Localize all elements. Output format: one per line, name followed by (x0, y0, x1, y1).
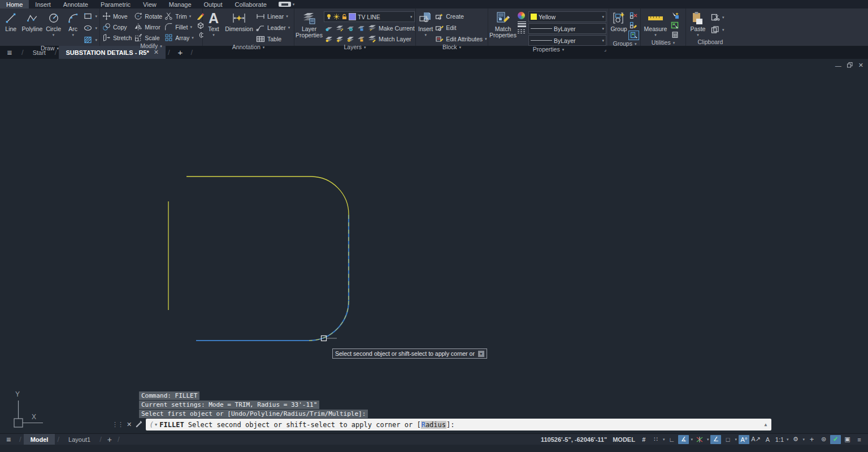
annotation-scale-value[interactable]: 1:1 (774, 435, 785, 444)
command-input[interactable]: ( ▼ FILLET Select second object or shift… (146, 419, 771, 431)
command-option-radius[interactable]: Radius (421, 421, 446, 429)
linear-dimension-button[interactable]: Linear▾ (256, 11, 290, 21)
annotation-autoscale-icon[interactable]: A↗ (750, 435, 761, 444)
text-button[interactable]: A Text ▾ (205, 10, 222, 44)
command-history-expand-icon[interactable]: ▲ (764, 422, 767, 427)
layer-lock-fade-button[interactable] (345, 35, 355, 43)
object-snap-icon[interactable]: □ (722, 435, 733, 444)
hardware-acceleration-icon[interactable]: ✓ (830, 435, 841, 444)
ribbon-tab-view[interactable]: View (137, 0, 163, 8)
customization-icon[interactable]: ≡ (854, 435, 865, 444)
line-button[interactable]: Line (2, 10, 20, 45)
quick-calculator-button[interactable] (670, 31, 680, 39)
circle-button[interactable]: Circle ▾ (45, 10, 62, 45)
new-layout-button[interactable]: + (104, 434, 115, 445)
panel-caption-groups[interactable]: Groups▾ (609, 40, 640, 47)
isolate-objects-icon[interactable]: ⊚ (818, 435, 829, 444)
quick-select-button[interactable] (670, 11, 680, 20)
layout1-tab[interactable]: Layout1 (62, 434, 97, 445)
ellipse-button[interactable]: ▾ (84, 23, 97, 33)
ortho-mode-icon[interactable]: ∟ (666, 435, 677, 444)
lineweight-dropdown[interactable]: ByLayer ▾ (528, 23, 606, 34)
panel-caption-block[interactable]: Block▾ (416, 44, 488, 50)
copy-clip-button[interactable]: ▾ (711, 25, 724, 35)
create-block-button[interactable]: Create (435, 11, 487, 21)
panel-dialog-launcher[interactable]: ⌟ (604, 46, 606, 52)
layer-off-button[interactable] (324, 24, 333, 32)
annotation-scale-icon[interactable]: A (762, 435, 773, 444)
layer-lock-button[interactable] (356, 24, 366, 32)
isometric-drafting-icon[interactable] (695, 435, 705, 444)
panel-caption-utilities[interactable]: Utilities▾ (641, 39, 685, 46)
customize-wrench-icon[interactable] (135, 420, 142, 430)
chevron-down-icon[interactable]: ▾ (691, 437, 693, 442)
chevron-down-icon[interactable]: ▾ (787, 437, 789, 442)
annotation-monitor-icon[interactable]: + (806, 435, 817, 444)
ribbon-tab-output[interactable]: Output (198, 0, 229, 8)
grid-icon[interactable]: # (639, 435, 649, 444)
insert-button[interactable]: Insert ▾ (418, 10, 433, 44)
array-button[interactable]: Array▾ (164, 33, 194, 42)
match-properties-button[interactable]: Match Properties (491, 10, 515, 46)
measure-button[interactable]: Measure ▾ (643, 10, 668, 39)
mirror-button[interactable]: Mirror (134, 22, 162, 32)
make-current-button[interactable]: Make Current (368, 23, 415, 33)
close-tab-icon[interactable]: ✕ (154, 49, 159, 56)
panel-caption-clipboard[interactable]: Clipboard (686, 37, 735, 46)
close-command-line-icon[interactable]: ✕ (127, 421, 132, 428)
rectangle-button[interactable]: ▾ (84, 11, 97, 21)
leader-button[interactable]: Leader▾ (256, 23, 290, 32)
group-button[interactable]: Group (610, 10, 627, 40)
layout-menu-icon[interactable]: ≡ (0, 434, 17, 445)
ribbon-display-button[interactable]: ▾ (279, 2, 295, 7)
panel-caption-draw[interactable]: Draw▾ (0, 45, 99, 51)
linetype-dropdown[interactable]: ByLayer ▾ (528, 35, 606, 46)
copy-button[interactable]: Copy (102, 22, 132, 32)
layer-unlock-all-button[interactable] (356, 35, 366, 43)
chevron-down-icon[interactable]: ▾ (802, 437, 805, 442)
ribbon-tab-manage[interactable]: Manage (163, 0, 198, 8)
panel-caption-modify[interactable]: Modify▾ (100, 42, 202, 49)
layer-thaw-all-button[interactable] (335, 35, 344, 43)
chevron-down-icon[interactable]: ▾ (735, 437, 737, 442)
panel-caption-properties[interactable]: Properties▾⌟ (488, 46, 609, 53)
space-indicator[interactable]: MODEL (613, 436, 637, 443)
ribbon-tab-parametric[interactable]: Parametric (94, 0, 137, 8)
layer-isolate-button[interactable] (335, 24, 344, 32)
table-button[interactable]: Table (256, 34, 290, 44)
layer-properties-button[interactable]: Layer Properties (297, 10, 322, 44)
select-similar-button[interactable] (670, 21, 680, 29)
layer-on-all-button[interactable] (324, 35, 333, 43)
polyline-button[interactable]: Polyline (22, 10, 43, 45)
group-edit-button[interactable] (628, 21, 638, 29)
stretch-button[interactable]: Stretch (102, 33, 132, 42)
layer-freeze-button[interactable] (345, 24, 355, 32)
polar-tracking-icon[interactable]: ∡ (678, 435, 689, 444)
panel-caption-annotation[interactable]: Annotation▾ (203, 44, 294, 50)
panel-caption-layers[interactable]: Layers▾ (294, 44, 415, 50)
trim-button[interactable]: Trim▾ (164, 11, 194, 21)
snap-mode-icon[interactable]: ∷ (650, 435, 661, 444)
group-selection-toggle[interactable] (628, 31, 639, 40)
scale-button[interactable]: Scale (134, 33, 162, 42)
arc-button[interactable]: Arc ▾ (64, 10, 82, 45)
command-line-grip[interactable]: ⋮⋮ (112, 421, 123, 428)
ribbon-tab-annotate[interactable]: Annotate (57, 0, 94, 8)
ribbon-tab-home[interactable]: Home (0, 0, 29, 8)
hatch-button[interactable]: ▾ (84, 35, 97, 45)
object-snap-tracking-icon[interactable]: ∠ (710, 435, 721, 444)
rotate-button[interactable]: Rotate (134, 11, 162, 21)
model-tab[interactable]: Model (24, 434, 55, 445)
ungroup-button[interactable] (628, 11, 638, 20)
dimension-button[interactable]: Dimension (224, 10, 254, 44)
object-color-dropdown[interactable]: Yellow ▾ (528, 11, 606, 22)
edit-block-button[interactable]: Edit (435, 23, 487, 32)
workspace-gear-icon[interactable]: ⚙ (790, 435, 801, 444)
chevron-down-icon[interactable]: ▾ (707, 437, 709, 442)
ribbon-tab-collaborate[interactable]: Collaborate (229, 0, 273, 8)
paste-button[interactable]: Paste ▾ (688, 10, 708, 37)
edit-attributes-button[interactable]: Edit Attributes▾ (435, 34, 487, 44)
chevron-down-icon[interactable]: ▾ (663, 437, 665, 442)
annotation-visibility-icon[interactable]: A° (739, 435, 749, 444)
move-button[interactable]: Move (102, 11, 132, 21)
